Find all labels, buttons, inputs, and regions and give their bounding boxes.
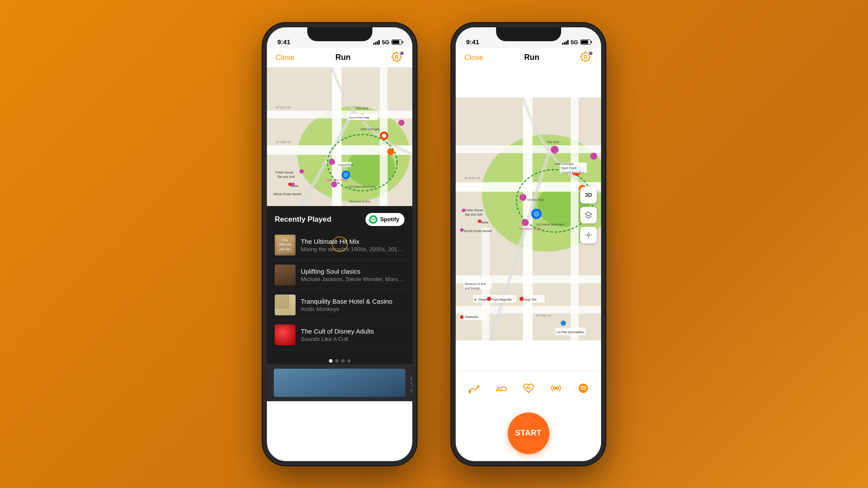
spotify-logo-icon xyxy=(369,215,378,224)
battery-icon-left xyxy=(391,39,402,45)
track-artwork-4 xyxy=(275,324,296,345)
recently-played-title: Recently Played xyxy=(275,215,331,224)
svg-text:Bar and Grill: Bar and Grill xyxy=(465,213,482,216)
svg-point-89 xyxy=(460,228,464,232)
svg-text:USS Maine Monument: USS Maine Monument xyxy=(347,185,376,188)
svg-point-103 xyxy=(554,387,557,390)
nav-title-right: Run xyxy=(524,53,539,62)
nav-bar-right: Close Run xyxy=(456,48,601,67)
status-icons-left: 5G xyxy=(373,39,402,46)
svg-text:Museum of Arts: Museum of Arts xyxy=(349,200,371,203)
track-name-4: The Cult of Disney Adults xyxy=(301,328,404,335)
svg-text:Columbus Circle: Columbus Circle xyxy=(326,178,348,181)
broadcast-icon xyxy=(550,382,562,394)
heart-icon[interactable]: ♡ xyxy=(416,378,417,387)
3d-button[interactable]: 3D xyxy=(580,187,597,203)
svg-text:Central Park Run: Central Park Run xyxy=(349,116,368,119)
now-playing-controls: ♡ ⏭ xyxy=(416,375,417,390)
svg-text:Museum of Arts: Museum of Arts xyxy=(465,282,486,285)
track-artwork-1: TheUltimateHit Mix xyxy=(275,235,296,255)
hit-mix-cover: TheUltimateHit Mix xyxy=(275,235,296,255)
track-artist-1: Mixing the decades 1900s, 2000s, 2010s..… xyxy=(301,246,404,252)
track-artwork-3 xyxy=(275,295,296,315)
svg-text:and Design: and Design xyxy=(465,287,480,290)
status-time-left: 9:41 xyxy=(277,38,290,46)
settings-button-left[interactable] xyxy=(391,52,404,64)
start-button-area: START xyxy=(456,406,601,461)
svg-point-13 xyxy=(398,120,404,126)
spotify-badge[interactable]: Spotify xyxy=(365,213,404,226)
svg-point-85 xyxy=(462,209,465,212)
page-dots xyxy=(267,356,412,364)
start-button[interactable]: START xyxy=(508,413,549,454)
track-item-3[interactable]: Tranquility Base Hotel & Casino Arctic M… xyxy=(267,290,412,320)
phone-left: 9:41 5G Close Run xyxy=(263,23,417,465)
map-left: Start Point Central Park W 60th St W 61s… xyxy=(267,67,412,206)
tab-broadcast[interactable] xyxy=(542,382,569,394)
track-item-4[interactable]: The Cult of Disney Adults Sounds Like A … xyxy=(267,320,412,350)
settings-button-right[interactable] xyxy=(580,52,592,64)
track-artist-4: Sounds Like A Cult xyxy=(301,336,404,342)
shoe-icon xyxy=(495,382,507,394)
svg-text:Central Park Run: Central Park Run xyxy=(561,171,585,174)
svg-text:Porter House: Porter House xyxy=(465,209,483,212)
close-button-left[interactable]: Close xyxy=(276,53,294,62)
svg-text:USS Maine Monument: USS Maine Monument xyxy=(536,223,565,226)
5g-icon-right: 5G xyxy=(571,39,578,46)
svg-text:Jean-Georges: Jean-Georges xyxy=(360,128,380,131)
tab-health[interactable] xyxy=(515,382,542,394)
track-artist-3: Arctic Monkeys xyxy=(301,306,404,312)
track-name-1: The Ultimate Hit Mix xyxy=(301,238,404,245)
heart-rate-icon xyxy=(523,382,535,394)
track-artist-2: Michael Jackson, Stevie Wonder, Marvin..… xyxy=(301,276,404,282)
svg-text:Argo Tea: Argo Tea xyxy=(524,298,536,301)
track-name-2: Uplifting Soul clasics xyxy=(301,268,404,275)
track-item-2[interactable]: Uplifting Soul clasics Michael Jackson, … xyxy=(267,260,412,290)
now-playing-artwork xyxy=(274,369,405,397)
svg-point-72 xyxy=(487,297,491,301)
svg-text:■: ■ xyxy=(474,298,476,301)
svg-point-9 xyxy=(382,134,386,138)
phones-container: 9:41 5G Close Run xyxy=(263,23,605,465)
svg-point-35 xyxy=(291,183,295,186)
tab-route[interactable] xyxy=(460,382,487,394)
svg-text:Paris Baguette: Paris Baguette xyxy=(492,298,512,301)
notch-right xyxy=(496,27,561,41)
now-playing-bar: No Problem (feat. Chance The Rapper... ♡ xyxy=(267,364,412,401)
dot-4 xyxy=(347,359,351,363)
map-controls: 3D xyxy=(580,187,597,243)
svg-text:W 60th St: W 60th St xyxy=(464,176,480,180)
svg-text:W 60th St: W 60th St xyxy=(276,140,291,144)
track-name-3: Tranquility Base Hotel & Casino xyxy=(301,298,404,305)
spotify-label: Spotify xyxy=(380,216,399,223)
start-button-label: START xyxy=(515,429,542,438)
svg-text:Columbus Circle: Columbus Circle xyxy=(519,227,541,230)
svg-point-15 xyxy=(331,181,337,187)
svg-text:W 58th St: W 58th St xyxy=(536,314,552,318)
signal-icon-left xyxy=(373,40,380,45)
svg-point-102 xyxy=(469,392,470,393)
tab-activity[interactable] xyxy=(487,382,515,394)
svg-point-59 xyxy=(519,194,526,201)
notch-left xyxy=(307,27,372,41)
svg-text:The Duo: The Duo xyxy=(356,106,368,110)
location-button[interactable] xyxy=(580,227,597,243)
close-button-right[interactable]: Close xyxy=(464,53,483,62)
svg-point-16 xyxy=(387,148,394,155)
svg-text:W 61st St: W 61st St xyxy=(276,105,291,109)
phone-right: 9:41 5G Close Run xyxy=(451,23,605,465)
status-icons-right: 5G xyxy=(562,39,591,46)
layers-button[interactable] xyxy=(580,207,597,223)
svg-point-75 xyxy=(519,297,524,301)
svg-text:Whole Foods Market: Whole Foods Market xyxy=(273,193,302,196)
5g-icon-left: 5G xyxy=(382,39,389,46)
status-time-right: 9:41 xyxy=(466,38,479,46)
track-info-1: The Ultimate Hit Mix Mixing the decades … xyxy=(301,238,404,252)
screen-right: 9:41 5G Close Run xyxy=(456,27,601,461)
track-list: TheUltimateHit Mix The Ultimate Hit Mix … xyxy=(267,230,412,356)
battery-icon-right xyxy=(580,39,591,45)
svg-text:Bar and Grill: Bar and Grill xyxy=(278,175,295,178)
tab-spotify[interactable] xyxy=(569,382,597,394)
svg-point-95 xyxy=(588,234,590,236)
track-info-3: Tranquility Base Hotel & Casino Arctic M… xyxy=(301,298,404,312)
